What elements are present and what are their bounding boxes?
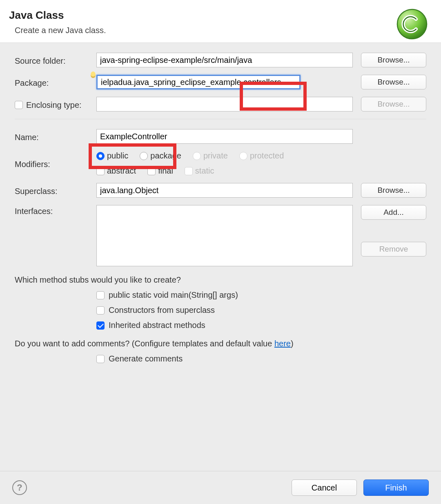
main-method-checkbox[interactable] [96, 291, 105, 299]
superclass-browse-button[interactable]: Browse... [361, 183, 426, 198]
interfaces-label: Interfaces: [15, 205, 96, 216]
superclass-input[interactable] [96, 183, 353, 198]
package-browse-button[interactable]: Browse... [361, 75, 426, 89]
constructors-label: Constructors from superclass [109, 306, 215, 315]
protected-radio [239, 152, 247, 160]
configure-here-link[interactable]: here [274, 339, 291, 348]
name-label: Name: [15, 131, 96, 142]
interfaces-remove-button: Remove [361, 242, 426, 256]
dialog-header: Java Class Create a new Java class. [0, 0, 441, 43]
generate-comments-checkbox[interactable] [96, 355, 105, 363]
final-checkbox[interactable] [147, 167, 156, 175]
enclosing-type-label: Enclosing type: [26, 100, 82, 110]
abstract-checkbox[interactable] [96, 167, 105, 175]
package-label: Package: [15, 77, 96, 88]
lightbulb-icon [91, 71, 96, 78]
private-radio [193, 152, 201, 160]
enclosing-type-browse-button: Browse... [361, 97, 426, 112]
package-input[interactable] [96, 75, 301, 89]
class-icon [395, 7, 429, 41]
interfaces-list[interactable] [96, 205, 353, 266]
static-checkbox [185, 167, 193, 175]
enclosing-type-checkbox[interactable] [15, 101, 23, 109]
abstract-checkbox-label: abstract [107, 166, 136, 176]
main-method-label: public static void main(String[] args) [109, 290, 238, 300]
final-checkbox-label: final [158, 166, 173, 176]
public-radio-label: public [107, 151, 128, 161]
cancel-button[interactable]: Cancel [292, 479, 357, 496]
enclosing-type-input[interactable] [96, 97, 353, 112]
dialog-title: Java Class [9, 9, 432, 22]
public-radio[interactable] [96, 152, 105, 160]
superclass-label: Superclass: [15, 185, 96, 196]
form-area: Source folder: Browse... Package: Browse… [0, 43, 441, 373]
stubs-question: Which method stubs would you like to cre… [15, 275, 426, 285]
package-radio-label: package [150, 151, 181, 161]
help-icon[interactable]: ? [12, 480, 27, 495]
comments-question-prefix: Do you want to add comments? (Configure … [15, 339, 274, 348]
modifiers-label: Modifiers: [15, 158, 96, 169]
source-folder-input[interactable] [96, 53, 353, 67]
inherited-methods-label: Inherited abstract methods [109, 321, 205, 330]
source-folder-label: Source folder: [15, 55, 96, 66]
generate-comments-label: Generate comments [109, 354, 183, 364]
finish-button[interactable]: Finish [363, 479, 429, 496]
private-radio-label: private [203, 151, 228, 161]
source-folder-browse-button[interactable]: Browse... [361, 53, 426, 67]
name-input[interactable] [96, 129, 353, 144]
protected-radio-label: protected [250, 151, 284, 161]
comments-question-suffix: ) [291, 339, 294, 348]
static-checkbox-label: static [195, 166, 214, 176]
divider [15, 119, 426, 119]
inherited-methods-checkbox[interactable] [96, 321, 105, 330]
interfaces-add-button[interactable]: Add... [361, 205, 426, 220]
constructors-checkbox[interactable] [96, 306, 105, 314]
package-radio[interactable] [140, 152, 148, 160]
dialog-footer: ? Cancel Finish [0, 471, 441, 504]
comments-question: Do you want to add comments? (Configure … [15, 339, 426, 348]
dialog-subtitle: Create a new Java class. [15, 26, 432, 35]
